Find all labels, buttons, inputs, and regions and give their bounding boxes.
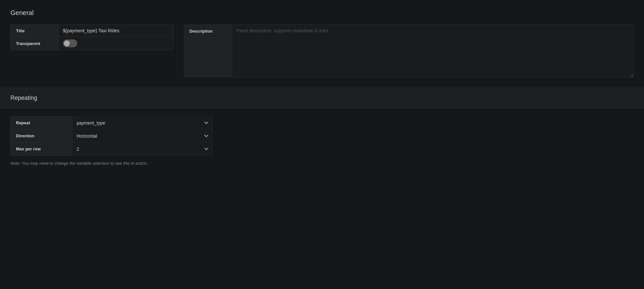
note-text: Note: You may need to change the variabl… xyxy=(10,161,634,166)
description-textarea[interactable] xyxy=(232,25,633,77)
repeating-header: Repeating xyxy=(0,88,644,108)
repeating-content: Repeat payment_type Direction Horizontal… xyxy=(0,108,644,174)
description-label: Description xyxy=(184,25,232,77)
repeating-form: Repeat payment_type Direction Horizontal… xyxy=(10,116,212,156)
direction-select[interactable]: Horizontal Vertical xyxy=(73,130,212,142)
max-per-row-select[interactable]: 1 2 3 4 xyxy=(73,143,212,155)
section-repeating: Repeating Repeat payment_type Direction … xyxy=(0,88,644,174)
max-per-row-row: Max per row 1 2 3 4 xyxy=(10,143,212,156)
direction-label: Direction xyxy=(11,129,73,142)
general-content: Title Transparent Description xyxy=(10,24,634,77)
repeating-section-title: Repeating xyxy=(10,95,634,101)
transparent-row: Transparent xyxy=(10,37,173,50)
transparent-toggle[interactable] xyxy=(63,39,77,47)
transparent-label: Transparent xyxy=(11,37,59,50)
toggle-slider xyxy=(63,39,77,47)
repeat-select[interactable]: payment_type xyxy=(73,117,212,129)
general-left-panel: Title Transparent xyxy=(10,24,173,50)
title-label: Title xyxy=(11,25,59,37)
general-right-panel: Description xyxy=(184,24,634,77)
direction-row: Direction Horizontal Vertical xyxy=(10,129,212,143)
transparent-toggle-container xyxy=(59,37,173,50)
title-input[interactable] xyxy=(59,25,173,37)
title-row: Title xyxy=(10,24,173,37)
repeat-label: Repeat xyxy=(11,116,73,129)
page-container: General Title Transparent xyxy=(0,0,644,174)
repeat-row: Repeat payment_type xyxy=(10,116,212,129)
section-general: General Title Transparent xyxy=(0,0,644,88)
general-section-title: General xyxy=(10,9,634,17)
max-per-row-label: Max per row xyxy=(11,143,73,155)
